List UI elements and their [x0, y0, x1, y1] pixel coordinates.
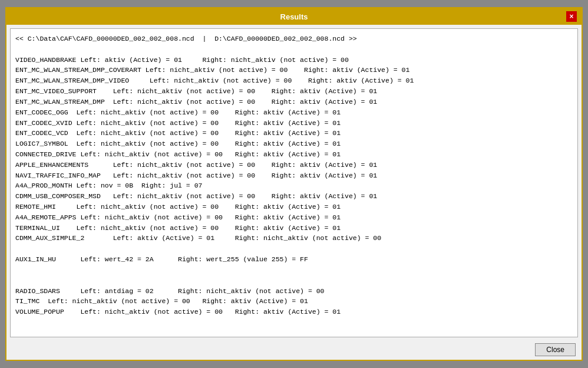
- title-bar: Results ×: [6, 8, 582, 25]
- results-text: << C:\Data\CAF\CAFD_00000DED_002_002_008…: [15, 34, 573, 317]
- results-content[interactable]: << C:\Data\CAF\CAFD_00000DED_002_002_008…: [10, 28, 578, 337]
- window-title: Results: [22, 12, 566, 21]
- close-button[interactable]: Close: [535, 343, 576, 356]
- footer: Close: [6, 341, 582, 360]
- results-window: Results × << C:\Data\CAF\CAFD_00000DED_0…: [5, 7, 583, 361]
- close-icon-button[interactable]: ×: [566, 11, 577, 22]
